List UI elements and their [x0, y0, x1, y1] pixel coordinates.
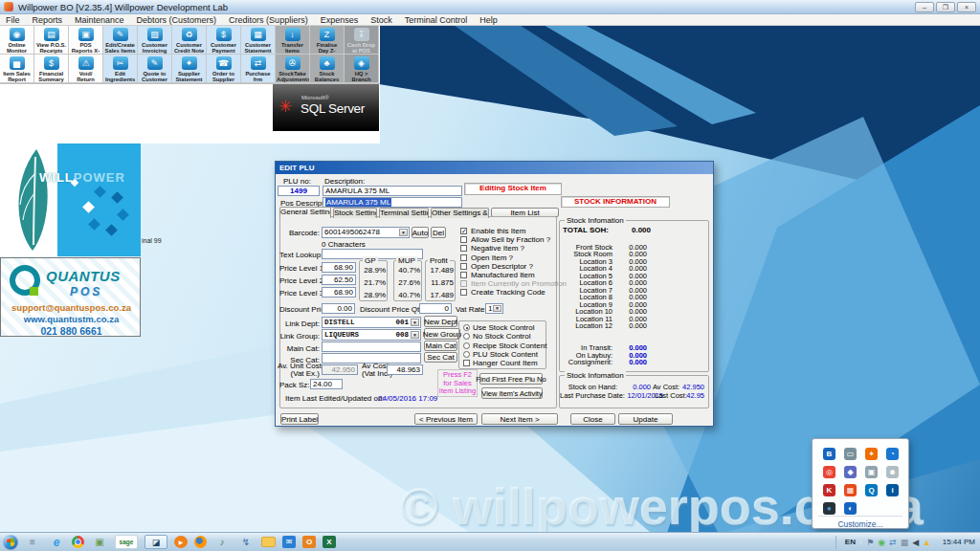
chevron-down-icon[interactable]: ▼ — [399, 229, 408, 236]
hp-icon[interactable]: ▦ — [901, 538, 909, 547]
main-cat-button[interactable]: Main Cat — [424, 341, 457, 351]
toolbar-button-customer-invoicing[interactable]: ▨Customer Invoicing — [138, 26, 172, 55]
toolbar-button-supplier-statement[interactable]: ✦Supplier Statement — [172, 55, 207, 83]
auto-button[interactable]: Auto — [412, 227, 429, 238]
tab-general-settings[interactable]: General Settings — [279, 207, 331, 218]
menu-item-help[interactable]: Help — [479, 15, 498, 25]
vat-rate-combobox[interactable]: 1▼ — [485, 303, 503, 314]
checkbox-allow-sell-by-fraction[interactable] — [460, 236, 467, 243]
main-cat-field[interactable] — [322, 342, 421, 352]
find-free-plu-button[interactable]: Find First Free Plu No — [479, 373, 543, 385]
dialog-titlebar[interactable]: EDIT PLU — [276, 162, 713, 174]
menu-item-debtors-customers[interactable]: Debtors (Customers) — [137, 15, 217, 25]
price-level-2-field[interactable]: 62.50 — [322, 275, 356, 285]
toolbar-button-hq-branch-comms[interactable]: ◈HQ > Branch Comms — [345, 55, 379, 83]
new-dept-button[interactable]: New Dept — [424, 316, 457, 327]
volume-icon[interactable]: ◀ — [912, 538, 919, 547]
customize-link[interactable]: Customize... — [813, 519, 908, 529]
start-button[interactable] — [3, 535, 18, 550]
willpower-app-icon[interactable]: ◪ — [145, 535, 167, 549]
menu-item-stock[interactable]: Stock — [370, 15, 392, 25]
info-icon[interactable]: i — [886, 484, 899, 496]
chevron-down-icon[interactable]: ▼ — [411, 331, 419, 339]
menu-item-creditors-suppliers[interactable]: Creditors (Suppliers) — [229, 15, 308, 25]
toolbar-button-financial-summary[interactable]: $Financial Summary — [34, 55, 69, 83]
network-icon[interactable]: ◔ — [886, 448, 899, 460]
checkbox-open-descriptor[interactable] — [460, 263, 467, 270]
moon-icon[interactable]: ◐ — [844, 502, 857, 515]
tab-other-settings-functions[interactable]: Other Settings & Functions — [431, 208, 489, 218]
menu-item-terminal-control[interactable]: Terminal Control — [405, 15, 468, 25]
cd-icon[interactable]: ● — [823, 502, 835, 515]
pos-description-field[interactable]: AMARULA 375 ML — [323, 197, 462, 208]
toolbar-button-customer-credit-note[interactable]: ♻Customer Credit Note — [172, 26, 207, 55]
kaspersky-icon[interactable]: K — [823, 484, 835, 496]
gdrive-icon[interactable]: ▲ — [923, 538, 931, 547]
checkbox-manufactured-item[interactable] — [460, 272, 467, 278]
volume-mixer-icon[interactable]: ♪ — [213, 535, 231, 549]
barcode-combobox[interactable]: 6001495062478 ▼ — [322, 227, 410, 238]
mail-icon[interactable]: ✉ — [282, 536, 296, 548]
new-group-button[interactable]: New Group — [424, 328, 460, 340]
ie-icon[interactable]: e — [48, 535, 65, 549]
checkbox-create-tracking-code[interactable] — [460, 289, 467, 296]
toolbar-button-customer-statement[interactable]: ▦Customer Statement — [241, 26, 276, 55]
toolbar-button-stocktake-adjustments[interactable]: ✇StockTake Adjustments — [276, 55, 310, 83]
tab-stock-settings[interactable]: Stock Settings — [333, 208, 377, 218]
device-icon[interactable]: ↯ — [237, 535, 255, 549]
excel-icon[interactable]: X — [323, 536, 336, 548]
discount-price-field[interactable]: 0.00 — [322, 303, 355, 314]
network-icon[interactable]: ◉ — [878, 538, 885, 547]
quickbooks-icon[interactable]: Q — [865, 484, 878, 496]
toolbar-button-online-monitor[interactable]: ◉Online Monitor — [0, 26, 34, 55]
close-button[interactable]: × — [957, 2, 976, 12]
toolbar-button-transfer-items[interactable]: ↓Transfer Items — [276, 26, 310, 55]
checkbox-open-item[interactable] — [460, 254, 467, 261]
close-button[interactable]: Close — [570, 413, 615, 425]
firefox-icon[interactable] — [194, 536, 207, 548]
window-titlebar[interactable]: Willpower BO [V2.35.4] Willpower Develop… — [0, 0, 980, 14]
radio-use-stock-control[interactable] — [463, 324, 470, 331]
update-button[interactable]: Update — [618, 413, 673, 425]
restore-button[interactable]: ❐ — [936, 2, 955, 12]
checkbox-hanger-count-item[interactable] — [463, 360, 470, 366]
minimize-button[interactable]: – — [915, 2, 934, 12]
radio-plu-stock-content[interactable] — [463, 351, 470, 358]
toolbar-button-edit-ingredients[interactable]: ✂Edit Ingredients — [103, 55, 138, 83]
bluetooth-icon[interactable]: B — [823, 448, 835, 460]
del-button[interactable]: Del — [431, 227, 446, 238]
language-indicator[interactable]: EN — [845, 538, 856, 546]
display-icon[interactable]: ▭ — [844, 448, 857, 460]
discount-qty-field[interactable]: 0 — [419, 303, 452, 314]
tools-icon[interactable]: ✦ — [865, 448, 878, 460]
folder-icon[interactable] — [261, 537, 276, 547]
menu-item-file[interactable]: File — [6, 15, 20, 25]
toolbar-button-stock-balances[interactable]: ♣Stock Balances — [310, 55, 345, 83]
price-level-3-field[interactable]: 68.90 — [322, 287, 356, 298]
chrome-icon[interactable] — [72, 536, 84, 548]
photo-viewer-icon[interactable]: ▣ — [91, 535, 108, 549]
sec-cat-button[interactable]: Sec Cat — [424, 352, 457, 363]
toolbar-button-purchase-frm-supplier[interactable]: ⇄Purchase frm Supplier — [241, 55, 276, 83]
description-field[interactable]: AMARULA 375 ML — [323, 186, 462, 196]
toolbar-button-view-p-o-s-receipts[interactable]: ▤View P.O.S. Receipts — [34, 26, 69, 55]
media-player-icon[interactable]: ▶ — [174, 536, 188, 548]
devices-icon[interactable]: ▣ — [865, 466, 878, 478]
radio-recipe-stock-content[interactable] — [463, 342, 470, 349]
toolbar-button-order-to-supplier[interactable]: ☎Order to Supplier — [207, 55, 241, 83]
view-activity-button[interactable]: View Item's Activity — [481, 387, 543, 399]
chrome-icon[interactable]: ◎ — [823, 466, 835, 478]
toolbar-button-item-sales-report[interactable]: ▅Item Sales Report — [0, 55, 34, 83]
reader-icon[interactable]: ▦ — [844, 484, 857, 496]
pack-sz-field[interactable]: 24.00 — [310, 379, 343, 389]
previous-item-button[interactable]: < Previous Item — [414, 413, 478, 425]
menu-item-expenses[interactable]: Expenses — [321, 15, 359, 25]
next-item-button[interactable]: Next Item > — [481, 413, 558, 425]
user-icon[interactable]: ☻ — [886, 466, 899, 478]
outlook-icon[interactable]: O — [302, 536, 316, 548]
tray-grip[interactable] — [835, 536, 839, 549]
toolbar-button-void-return-payout[interactable]: ⚠Void/ Return PayOut — [69, 55, 103, 83]
shield-icon[interactable]: ◆ — [844, 466, 857, 478]
toolbar-button-customer-payment[interactable]: $Customer Payment — [207, 26, 241, 55]
toolbar-button-quote-to-customer[interactable]: ✎Quote to Customer — [138, 55, 172, 83]
